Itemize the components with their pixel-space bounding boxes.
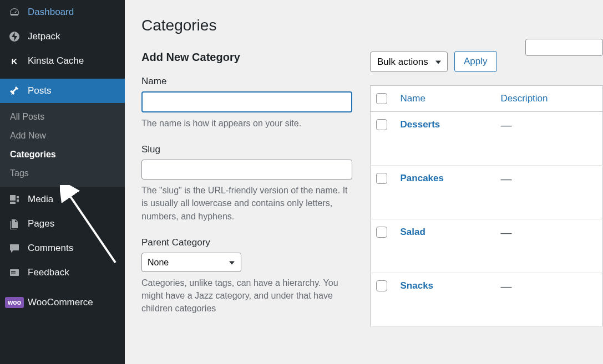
sidebar-item-feedback[interactable]: Feedback: [0, 260, 125, 285]
jetpack-icon: [8, 30, 21, 43]
description-cell: —: [500, 227, 511, 239]
description-cell: —: [500, 173, 511, 185]
sidebar-item-label: Jetpack: [28, 31, 60, 42]
sidebar-item-label: Comments: [28, 243, 73, 254]
table-row: Snacks —: [371, 273, 603, 327]
dashboard-icon: [8, 6, 21, 19]
sidebar-item-media[interactable]: Media: [0, 187, 125, 212]
sidebar-item-label: Posts: [28, 85, 52, 96]
category-link[interactable]: Pancakes: [401, 173, 444, 183]
sidebar-item-comments[interactable]: Comments: [0, 236, 125, 260]
form-heading: Add New Category: [141, 51, 352, 64]
sidebar-item-label: Kinsta Cache: [28, 55, 84, 66]
parent-select[interactable]: None: [141, 253, 241, 272]
submenu-all-posts[interactable]: All Posts: [0, 107, 125, 126]
row-checkbox[interactable]: [376, 119, 387, 130]
category-link[interactable]: Snacks: [401, 280, 434, 291]
row-checkbox[interactable]: [376, 173, 387, 184]
slug-label: Slug: [141, 144, 352, 155]
select-all-checkbox[interactable]: [376, 93, 387, 104]
feedback-icon: [8, 266, 21, 279]
pin-icon: [8, 84, 21, 98]
row-checkbox[interactable]: [376, 227, 387, 238]
main-content: Categories Add New Category Name The nam…: [125, 0, 603, 364]
kinsta-icon: K: [8, 54, 21, 68]
add-category-form: Add New Category Name The name is how it…: [141, 51, 352, 329]
sidebar-item-dashboard[interactable]: Dashboard: [0, 0, 125, 24]
posts-submenu: All Posts Add New Categories Tags: [0, 103, 125, 187]
sidebar-item-label: Feedback: [28, 267, 69, 278]
parent-help: Categories, unlike tags, can have a hier…: [141, 276, 352, 315]
categories-table-area: Bulk actions Apply Name Description: [370, 51, 603, 329]
submenu-add-new[interactable]: Add New: [0, 126, 125, 145]
sidebar-item-label: Pages: [28, 218, 54, 229]
sidebar-item-jetpack[interactable]: Jetpack: [0, 24, 125, 49]
comments-icon: [8, 242, 21, 255]
description-cell: —: [500, 280, 511, 293]
category-link[interactable]: Desserts: [401, 119, 440, 130]
search-input[interactable]: [525, 39, 603, 56]
sidebar-item-label: Media: [28, 194, 53, 205]
name-input[interactable]: [141, 91, 352, 112]
name-help: The name is how it appears on your site.: [141, 117, 352, 130]
slug-input[interactable]: [141, 160, 352, 180]
name-label: Name: [141, 76, 352, 87]
woocommerce-icon: woo: [8, 296, 21, 309]
category-link[interactable]: Salad: [401, 227, 425, 237]
admin-sidebar: Dashboard Jetpack K Kinsta Cache Posts A…: [0, 0, 125, 364]
pages-icon: [8, 217, 21, 230]
media-icon: [8, 193, 21, 206]
parent-label: Parent Category: [141, 237, 352, 248]
column-description[interactable]: Description: [495, 86, 602, 112]
sidebar-item-woocommerce[interactable]: woo WooCommerce: [0, 290, 125, 315]
submenu-categories[interactable]: Categories: [0, 145, 125, 164]
sidebar-item-kinsta[interactable]: K Kinsta Cache: [0, 49, 125, 73]
sidebar-item-label: WooCommerce: [28, 297, 93, 308]
description-cell: —: [500, 119, 511, 131]
bulk-actions-select[interactable]: Bulk actions: [370, 52, 448, 72]
table-row: Desserts —: [371, 112, 603, 166]
sidebar-item-pages[interactable]: Pages: [0, 212, 125, 236]
svg-rect-2: [11, 271, 16, 272]
table-row: Salad —: [371, 219, 603, 273]
table-row: Pancakes —: [371, 166, 603, 219]
slug-help: The "slug" is the URL-friendly version o…: [141, 184, 352, 223]
page-title: Categories: [141, 17, 603, 34]
row-checkbox[interactable]: [376, 280, 387, 291]
svg-rect-3: [11, 273, 16, 274]
column-name[interactable]: Name: [395, 86, 495, 112]
search-box: [525, 39, 603, 56]
categories-table: Name Description Desserts — Pancakes: [370, 85, 603, 327]
sidebar-item-label: Dashboard: [28, 7, 74, 18]
sidebar-item-posts[interactable]: Posts: [0, 79, 125, 103]
submenu-tags[interactable]: Tags: [0, 164, 125, 183]
apply-button[interactable]: Apply: [454, 51, 497, 72]
